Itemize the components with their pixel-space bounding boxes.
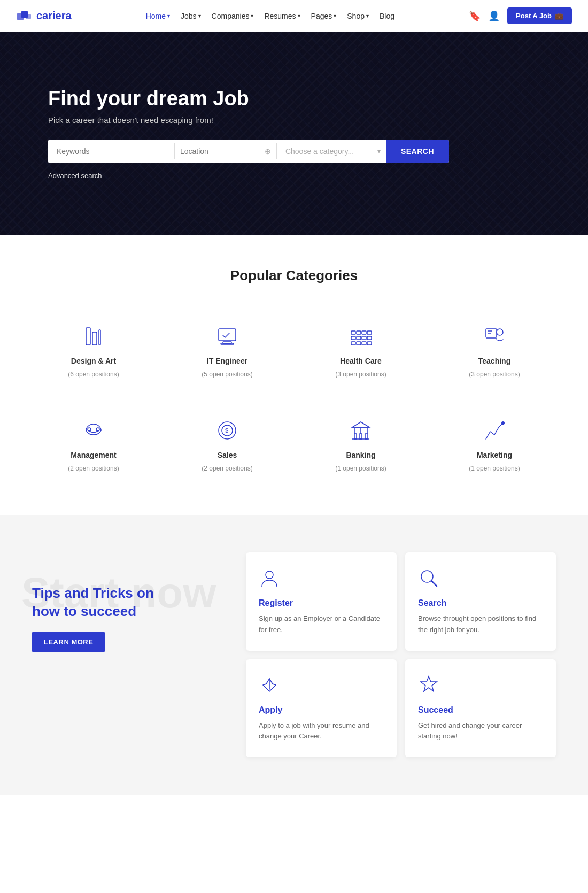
step-search: Search Browse throught open positions to… bbox=[405, 552, 556, 651]
svg-rect-13 bbox=[362, 331, 366, 334]
svg-rect-3 bbox=[86, 328, 90, 345]
category-name: Teaching bbox=[478, 357, 510, 365]
category-name: Management bbox=[71, 451, 117, 459]
nav-actions: 🔖 👤 Post A Job 💼 bbox=[469, 7, 572, 24]
briefcase-icon: 💼 bbox=[555, 12, 563, 20]
svg-rect-17 bbox=[351, 342, 355, 345]
svg-point-43 bbox=[266, 571, 273, 579]
svg-point-23 bbox=[497, 329, 503, 335]
search-bar: ⊕ Choose a category... Design & Art IT E… bbox=[48, 140, 449, 163]
marketing-icon bbox=[479, 415, 509, 445]
category-management[interactable]: Management (2 open positions) bbox=[32, 405, 155, 483]
keywords-input[interactable] bbox=[48, 140, 174, 163]
location-icon: ⊕ bbox=[265, 147, 271, 156]
management-icon bbox=[79, 415, 109, 445]
chevron-down-icon: ▾ bbox=[167, 13, 170, 19]
svg-point-27 bbox=[96, 428, 99, 431]
category-count: (2 open positions) bbox=[202, 465, 252, 472]
design-art-icon bbox=[79, 321, 109, 351]
category-count: (3 open positions) bbox=[335, 371, 386, 378]
register-icon bbox=[259, 567, 282, 591]
advanced-search: Advanced search bbox=[48, 171, 540, 180]
category-sales[interactable]: $ Sales (2 open positions) bbox=[166, 405, 289, 483]
advanced-search-link[interactable]: Advanced search bbox=[48, 172, 102, 180]
start-heading: Tips and Tricks on how to succeed bbox=[32, 584, 214, 621]
svg-rect-19 bbox=[362, 342, 366, 345]
it-engineer-icon bbox=[212, 321, 242, 351]
nav-pages[interactable]: Pages ▾ bbox=[311, 12, 337, 20]
step-succeed: Succeed Get hired and change your career… bbox=[405, 659, 556, 758]
chevron-down-icon: ▾ bbox=[366, 13, 369, 19]
nav-resumes[interactable]: Resumes ▾ bbox=[264, 12, 300, 20]
svg-rect-2 bbox=[26, 14, 31, 19]
category-marketing[interactable]: Marketing (1 open positions) bbox=[433, 405, 556, 483]
step-desc: Browse throught open positions to find t… bbox=[418, 613, 543, 636]
search-button[interactable]: SEARCH bbox=[386, 140, 449, 163]
nav-links: Home ▾ Jobs ▾ Companies ▾ Resumes ▾ Page… bbox=[146, 12, 394, 20]
hero-section: Find your dream Job Pick a career that d… bbox=[0, 32, 588, 235]
step-desc: Sign up as an Employer or a Candidate fo… bbox=[259, 613, 384, 636]
category-select[interactable]: Choose a category... Design & Art IT Eng… bbox=[277, 140, 386, 163]
svg-marker-47 bbox=[421, 676, 437, 691]
category-count: (3 open positions) bbox=[469, 371, 520, 378]
step-title: Register bbox=[259, 598, 384, 608]
nav-blog[interactable]: Blog bbox=[380, 12, 394, 20]
category-name: IT Engineer bbox=[207, 357, 247, 365]
category-teaching[interactable]: Teaching (3 open positions) bbox=[433, 311, 556, 389]
svg-text:$: $ bbox=[225, 427, 228, 434]
category-count: (6 open positions) bbox=[68, 371, 119, 378]
svg-rect-18 bbox=[357, 342, 361, 345]
nav-companies[interactable]: Companies ▾ bbox=[212, 12, 254, 20]
post-job-button[interactable]: Post A Job 💼 bbox=[507, 7, 572, 24]
start-left: Start now Tips and Tricks on how to succ… bbox=[32, 552, 214, 652]
location-wrapper: ⊕ bbox=[175, 147, 276, 156]
nav-jobs[interactable]: Jobs ▾ bbox=[181, 12, 201, 20]
svg-rect-11 bbox=[357, 331, 361, 334]
step-title: Apply bbox=[259, 705, 384, 715]
nav-home[interactable]: Home ▾ bbox=[146, 12, 170, 20]
chevron-down-icon: ▾ bbox=[334, 13, 336, 19]
sales-icon: $ bbox=[212, 415, 242, 445]
category-design-art[interactable]: Design & Art (6 open positions) bbox=[32, 311, 155, 389]
svg-point-26 bbox=[88, 428, 91, 431]
nav-shop[interactable]: Shop ▾ bbox=[347, 12, 369, 20]
svg-rect-12 bbox=[357, 336, 361, 340]
categories-title: Popular Categories bbox=[32, 267, 556, 284]
svg-line-45 bbox=[431, 581, 437, 586]
category-count: (5 open positions) bbox=[202, 371, 252, 378]
teaching-icon bbox=[479, 321, 509, 351]
hero-title: Find your dream Job bbox=[48, 87, 540, 110]
apply-icon bbox=[259, 674, 282, 698]
category-health-care[interactable]: Health Care (3 open positions) bbox=[299, 311, 422, 389]
navbar: cariera Home ▾ Jobs ▾ Companies ▾ Resume… bbox=[0, 0, 588, 32]
category-name: Banking bbox=[346, 451, 375, 459]
bookmark-button[interactable]: 🔖 bbox=[469, 10, 481, 22]
logo-text: cariera bbox=[36, 10, 72, 22]
logo[interactable]: cariera bbox=[16, 9, 72, 24]
svg-rect-9 bbox=[351, 331, 355, 334]
category-banking[interactable]: Banking (1 open positions) bbox=[299, 405, 422, 483]
svg-rect-15 bbox=[367, 331, 372, 334]
step-title: Succeed bbox=[418, 705, 543, 715]
user-button[interactable]: 👤 bbox=[488, 10, 500, 22]
logo-icon bbox=[16, 9, 33, 24]
health-care-icon bbox=[346, 321, 376, 351]
chevron-down-icon: ▾ bbox=[298, 13, 300, 19]
learn-more-button[interactable]: LEARN MORE bbox=[32, 632, 105, 652]
step-apply: Apply Apply to a job with your resume an… bbox=[246, 659, 397, 758]
category-name: Sales bbox=[218, 451, 237, 459]
chevron-down-icon: ▾ bbox=[198, 13, 201, 19]
svg-marker-31 bbox=[352, 422, 369, 427]
category-count: (1 open positions) bbox=[335, 465, 386, 472]
svg-rect-32 bbox=[354, 434, 357, 439]
svg-rect-5 bbox=[99, 330, 100, 345]
svg-rect-20 bbox=[367, 342, 372, 345]
category-name: Design & Art bbox=[71, 357, 116, 365]
category-count: (1 open positions) bbox=[469, 465, 520, 472]
category-name: Marketing bbox=[477, 451, 512, 459]
hero-subtitle: Pick a career that doesn't need escaping… bbox=[48, 116, 540, 125]
category-it-engineer[interactable]: IT Engineer (5 open positions) bbox=[166, 311, 289, 389]
hero-content: Find your dream Job Pick a career that d… bbox=[48, 87, 540, 163]
step-desc: Apply to a job with your resume and chan… bbox=[259, 720, 384, 743]
location-input[interactable] bbox=[180, 147, 265, 156]
